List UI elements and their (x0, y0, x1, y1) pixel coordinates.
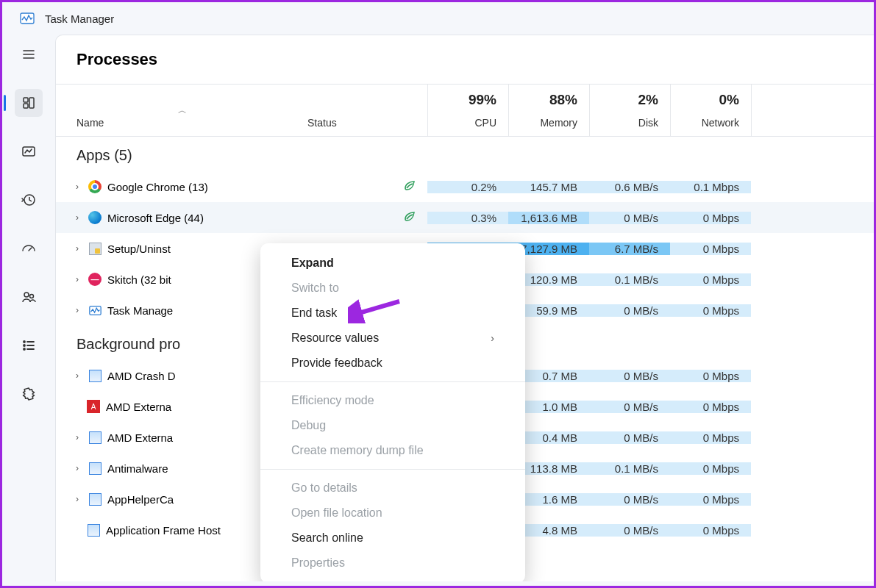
hamburger-menu-button[interactable] (15, 40, 43, 68)
svg-rect-4 (24, 98, 28, 102)
generic-app-icon (88, 462, 102, 475)
svg-point-12 (24, 341, 25, 343)
task-manager-icon (88, 304, 102, 317)
svg-point-14 (24, 345, 25, 346)
chevron-right-icon: › (491, 332, 494, 344)
nav-processes[interactable] (15, 89, 43, 117)
nav-app-history[interactable] (15, 186, 43, 214)
generic-app-icon (87, 523, 100, 537)
generic-app-icon (88, 369, 102, 382)
column-header-disk[interactable]: 2% Disk (589, 85, 670, 136)
efficiency-leaf-icon (402, 209, 417, 226)
process-name: Microsoft Edge (44) (107, 212, 204, 224)
svg-point-16 (24, 348, 25, 350)
group-apps-header[interactable]: Apps (5) (56, 137, 874, 171)
context-menu-switch-to: Switch to (260, 276, 525, 301)
main-panel: Processes ︿ Name Status 99% CPU 88% Memo… (55, 35, 874, 581)
context-menu-end-task[interactable]: End task (260, 301, 525, 326)
expand-chevron-icon[interactable]: › (72, 212, 82, 223)
expand-chevron-icon[interactable]: › (72, 370, 82, 381)
context-menu-properties: Properties (260, 551, 525, 576)
window-title: Task Manager (45, 12, 114, 25)
context-menu-separator (260, 469, 525, 470)
page-heading: Processes (56, 35, 874, 84)
generic-app-icon (88, 431, 102, 444)
process-name: Antimalware (107, 462, 168, 475)
table-row[interactable]: ›Google Chrome (13) 0.2% 145.7 MB 0.6 MB… (56, 171, 874, 202)
process-name: AppHelperCa (107, 493, 174, 506)
svg-point-10 (24, 293, 29, 297)
column-header-network[interactable]: 0% Network (670, 85, 751, 136)
table-header: ︿ Name Status 99% CPU 88% Memory 2% Disk (56, 84, 874, 137)
process-name: AMD Externa (106, 401, 171, 413)
expand-chevron-icon[interactable]: › (72, 463, 82, 473)
table-row-selected[interactable]: ›Microsoft Edge (44) 0.3% 1,613.6 MB 0 M… (56, 202, 874, 233)
column-header-name[interactable]: ︿ Name (56, 85, 299, 136)
app-icon (20, 11, 35, 26)
efficiency-leaf-icon (402, 179, 417, 196)
process-name: Skitch (32 bit (107, 273, 171, 286)
process-name: AMD Externa (107, 431, 173, 444)
process-name: Google Chrome (13) (107, 181, 208, 193)
expand-chevron-icon[interactable]: › (72, 432, 82, 442)
process-name: AMD Crash D (107, 370, 176, 382)
nav-services[interactable] (15, 380, 43, 408)
context-menu-expand[interactable]: Expand (260, 251, 525, 276)
sidebar (2, 35, 55, 581)
installer-icon (88, 242, 102, 255)
context-menu-efficiency-mode: Efficiency mode (260, 388, 525, 413)
edge-icon (88, 211, 102, 224)
context-menu-go-to-details: Go to details (260, 476, 525, 501)
title-bar: Task Manager (2, 2, 874, 35)
process-name: Application Frame Host (106, 524, 221, 537)
svg-rect-5 (29, 98, 34, 108)
chrome-icon (88, 180, 102, 193)
context-menu-resource-values[interactable]: Resource values› (260, 326, 525, 351)
column-name-label: Name (76, 117, 288, 129)
amd-icon: A (87, 400, 100, 413)
expand-chevron-icon[interactable]: › (72, 243, 82, 254)
context-menu-separator (260, 381, 525, 382)
nav-users[interactable] (15, 283, 43, 311)
generic-app-icon (88, 492, 102, 506)
context-menu-create-dump: Create memory dump file (260, 438, 525, 463)
expand-chevron-icon[interactable]: › (72, 305, 82, 315)
process-name: Setup/Uninst (107, 243, 171, 255)
nav-startup[interactable] (15, 234, 43, 262)
context-menu-search-online[interactable]: Search online (260, 526, 525, 551)
context-menu-debug: Debug (260, 413, 525, 438)
skitch-icon: — (88, 273, 102, 286)
context-menu: Expand Switch to End task Resource value… (260, 243, 525, 581)
nav-performance[interactable] (15, 137, 43, 165)
process-name: Task Manage (107, 304, 173, 317)
expand-chevron-icon[interactable]: › (72, 494, 82, 504)
column-header-status[interactable]: Status (299, 85, 427, 136)
expand-chevron-icon[interactable]: › (72, 182, 82, 192)
context-menu-provide-feedback[interactable]: Provide feedback (260, 351, 525, 376)
column-header-cpu[interactable]: 99% CPU (427, 85, 508, 136)
column-header-memory[interactable]: 88% Memory (508, 85, 589, 136)
context-menu-open-file-location: Open file location (260, 501, 525, 526)
expand-chevron-icon[interactable]: › (72, 274, 82, 284)
svg-rect-6 (24, 104, 28, 108)
sort-indicator-icon: ︿ (76, 104, 288, 117)
svg-line-9 (29, 248, 32, 251)
svg-point-11 (30, 295, 34, 298)
nav-details[interactable] (15, 331, 43, 359)
